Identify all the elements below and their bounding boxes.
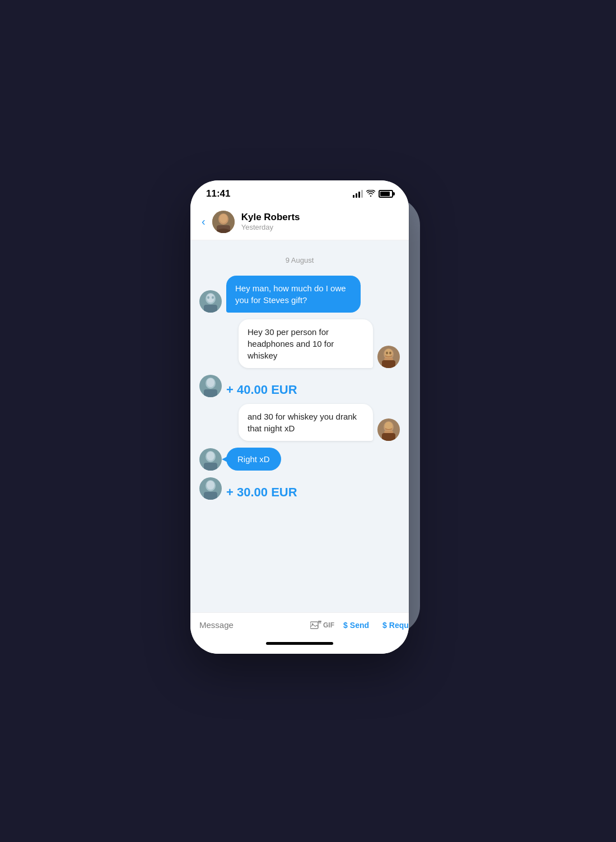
- message-input[interactable]: [199, 620, 306, 630]
- status-time: 11:41: [206, 188, 230, 199]
- date-divider: 9 August: [199, 256, 400, 264]
- receiver-avatar: [377, 418, 400, 441]
- contact-subtitle: Yesterday: [241, 223, 300, 231]
- message-row: Hey 30 per person for headphones and 10 …: [199, 319, 400, 368]
- amount-row: + 30.00 EUR: [226, 485, 297, 500]
- svg-rect-30: [204, 463, 217, 471]
- battery-icon: [379, 190, 393, 198]
- message-bubble: and 30 for whiskey you drank that night …: [239, 404, 373, 441]
- svg-rect-34: [204, 492, 217, 500]
- message-bubble: Right xD: [226, 448, 281, 471]
- request-button[interactable]: $ Request: [378, 618, 409, 632]
- svg-point-9: [212, 296, 214, 299]
- input-bar: GIF GIF $ Send $ Request: [190, 612, 409, 638]
- back-button[interactable]: ‹: [202, 215, 206, 228]
- media-icon-button[interactable]: GIF GIF: [310, 621, 334, 630]
- home-bar: [266, 642, 333, 645]
- svg-rect-10: [204, 305, 217, 313]
- svg-text:GIF: GIF: [319, 621, 322, 624]
- message-row: + 30.00 EUR: [199, 477, 400, 500]
- contact-name: Kyle Roberts: [241, 212, 300, 223]
- phone-frame: 11:41 ‹: [190, 180, 409, 654]
- status-icons: [353, 189, 393, 198]
- svg-rect-26: [382, 433, 395, 441]
- sender-avatar: [199, 448, 222, 471]
- sender-avatar: [199, 375, 222, 397]
- receiver-avatar: [377, 346, 400, 368]
- message-bubble: Hey man, how much do I owe you for Steve…: [226, 276, 361, 313]
- svg-point-2: [220, 214, 227, 223]
- svg-rect-21: [204, 389, 217, 397]
- svg-point-8: [207, 296, 209, 299]
- chat-area: 9 August Hey man, how much do I owe you …: [190, 240, 409, 612]
- gif-label: GIF: [323, 621, 334, 629]
- svg-point-20: [207, 378, 214, 387]
- svg-rect-17: [382, 360, 395, 368]
- message-row: + 40.00 EUR: [199, 375, 400, 397]
- chat-header: ‹ Kyle Roberts Yesterday: [190, 204, 409, 240]
- sender-avatar: [199, 290, 222, 313]
- contact-avatar: [212, 211, 235, 233]
- svg-point-14: [386, 351, 388, 354]
- status-bar: 11:41: [190, 180, 409, 204]
- amount-text: + 40.00 EUR: [226, 383, 297, 397]
- message-bubble: Hey 30 per person for headphones and 10 …: [239, 319, 373, 368]
- contact-info: Kyle Roberts Yesterday: [241, 212, 300, 231]
- svg-rect-25: [384, 431, 393, 433]
- message-row: and 30 for whiskey you drank that night …: [199, 404, 400, 441]
- phone-mockup: 11:41 ‹: [190, 180, 426, 662]
- wifi-icon: [366, 189, 375, 198]
- message-row: Hey man, how much do I owe you for Steve…: [199, 276, 400, 313]
- signal-icon: [353, 190, 363, 198]
- amount-row: + 40.00 EUR: [226, 383, 297, 397]
- home-indicator: [190, 638, 409, 654]
- svg-point-15: [389, 351, 391, 354]
- svg-point-29: [207, 452, 214, 460]
- amount-text: + 30.00 EUR: [226, 485, 297, 500]
- sender-avatar: [199, 477, 222, 500]
- svg-point-33: [207, 481, 214, 490]
- svg-rect-16: [384, 358, 393, 360]
- send-button[interactable]: $ Send: [339, 618, 374, 632]
- message-row: Right xD: [199, 448, 400, 471]
